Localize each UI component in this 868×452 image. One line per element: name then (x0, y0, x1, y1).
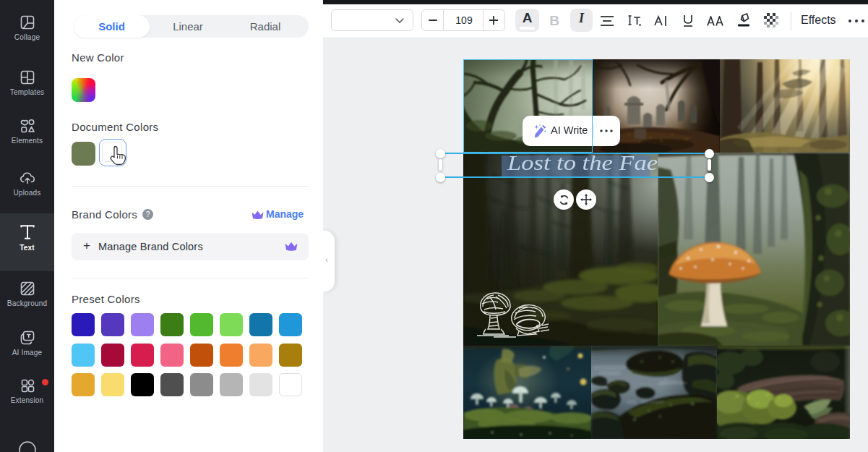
svg-text:Lost to the Fae: Lost to the Fae (507, 151, 658, 174)
